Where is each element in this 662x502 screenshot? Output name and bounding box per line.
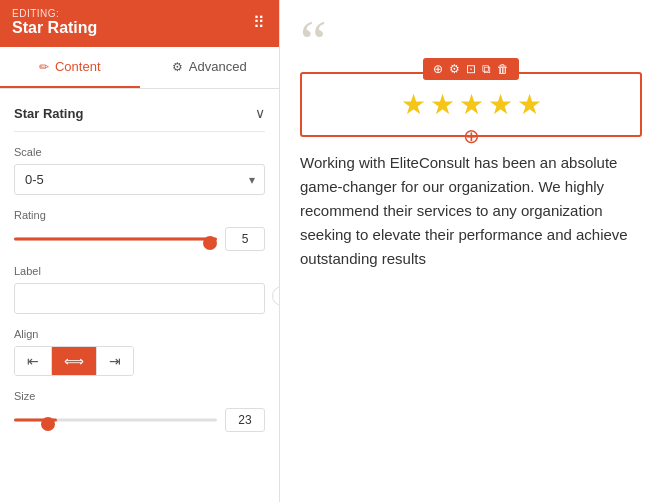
collapse-handle[interactable]: ‹ [272,286,279,306]
align-left-button[interactable]: ⇤ [15,347,52,375]
scale-field-group: Scale 0-5 0-10 ▾ [14,146,265,195]
size-value-input[interactable] [225,408,265,432]
widget-box: ⊕ ⚙ ⊡ ⧉ 🗑 ★ ★ ★ ★ ★ ⊕ [300,72,642,137]
quote-mark: “ [300,20,642,62]
align-right-button[interactable]: ⇥ [97,347,133,375]
label-input[interactable] [14,283,265,314]
rating-slider[interactable] [14,241,217,244]
panel-title: Star Rating [12,19,97,37]
move-icon[interactable]: ⊕ [433,62,443,76]
rating-range-wrapper [14,230,217,248]
tabs-bar: ✏ Content ⚙ Advanced [0,47,279,89]
tab-advanced-label: Advanced [189,59,247,74]
size-slider-row [14,408,265,432]
rating-slider-row [14,227,265,251]
stars-container: ★ ★ ★ ★ ★ [401,88,542,121]
label-field-group: Label [14,265,265,314]
rating-field-group: Rating [14,209,265,251]
chevron-down-icon[interactable]: ∨ [255,105,265,121]
tab-advanced[interactable]: ⚙ Advanced [140,47,280,88]
size-field-group: Size [14,390,265,432]
star-1: ★ [401,88,426,121]
scale-label: Scale [14,146,265,158]
align-field-group: Align ⇤ ⟺ ⇥ [14,328,265,376]
rating-value-input[interactable] [225,227,265,251]
grid-icon[interactable]: ⠿ [253,13,267,32]
size-range-wrapper [14,411,217,429]
left-panel: EDITING: Star Rating ⠿ ✏ Content ⚙ Advan… [0,0,280,502]
settings-toolbar-icon[interactable]: ⚙ [449,62,460,76]
copy-toolbar-icon[interactable]: ⧉ [482,62,491,76]
star-5: ★ [517,88,542,121]
editing-label: EDITING: [12,8,97,19]
label-label: Label [14,265,265,277]
align-center-button[interactable]: ⟺ [52,347,97,375]
tab-content[interactable]: ✏ Content [0,47,140,88]
delete-toolbar-icon[interactable]: 🗑 [497,62,509,76]
save-toolbar-icon[interactable]: ⊡ [466,62,476,76]
add-widget-icon[interactable]: ⊕ [463,124,480,148]
rating-label: Rating [14,209,265,221]
scale-select-wrapper: 0-5 0-10 ▾ [14,164,265,195]
settings-icon: ⚙ [172,60,183,74]
tab-content-label: Content [55,59,101,74]
size-label: Size [14,390,265,402]
align-label: Align [14,328,265,340]
star-2: ★ [430,88,455,121]
panel-content: Star Rating ∨ Scale 0-5 0-10 ▾ Rating [0,89,279,502]
review-text: Working with EliteConsult has been an ab… [300,151,642,271]
star-3: ★ [459,88,484,121]
star-4: ★ [488,88,513,121]
section-header: Star Rating ∨ [14,105,265,132]
widget-toolbar: ⊕ ⚙ ⊡ ⧉ 🗑 [423,58,519,80]
panel-header: EDITING: Star Rating ⠿ [0,0,279,47]
scale-select[interactable]: 0-5 0-10 [14,164,265,195]
size-slider[interactable] [14,422,217,425]
pencil-icon: ✏ [39,60,49,74]
align-buttons: ⇤ ⟺ ⇥ [14,346,134,376]
right-panel: “ ⊕ ⚙ ⊡ ⧉ 🗑 ★ ★ ★ ★ ★ ⊕ Working with Eli… [280,0,662,502]
section-title: Star Rating [14,106,83,121]
header-info: EDITING: Star Rating [12,8,97,37]
